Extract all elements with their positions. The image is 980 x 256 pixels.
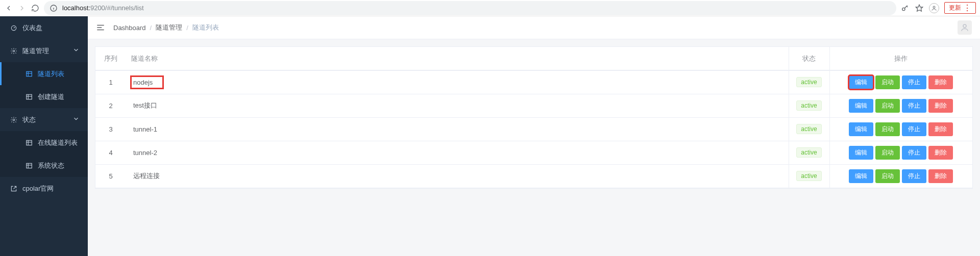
start-button[interactable]: 启动: [875, 99, 900, 113]
external-link-icon: [10, 185, 17, 192]
sidebar-label: 仪表盘: [22, 23, 42, 33]
svg-marker-4: [916, 5, 922, 11]
sidebar-item-dashboard[interactable]: 仪表盘: [0, 16, 88, 39]
sidebar-item-cpolar-site[interactable]: cpolar官网: [0, 177, 88, 200]
cell-index: 4: [95, 141, 126, 164]
table-icon: [26, 162, 33, 169]
tunnel-name: tunnel-2: [131, 147, 167, 159]
status-badge: active: [796, 124, 821, 134]
sidebar-item-system-status[interactable]: 系统状态: [0, 154, 88, 177]
sidebar-label: 状态: [22, 115, 36, 124]
cell-name: tunnel-2: [126, 141, 789, 164]
breadcrumb-sep: /: [186, 24, 188, 32]
cell-status: active: [789, 117, 829, 141]
dashboard-icon: [10, 24, 17, 32]
sidebar-label: 创建隧道: [38, 92, 64, 101]
cell-actions: 编辑启动停止删除: [829, 70, 972, 94]
stop-button[interactable]: 停止: [902, 75, 926, 89]
browser-toolbar: localhost:9200/#/tunnels/list 更新 ⋮: [0, 0, 980, 16]
site-info-icon[interactable]: [49, 4, 58, 13]
delete-button[interactable]: 删除: [928, 122, 953, 136]
address-host: localhost:: [62, 4, 90, 12]
stop-button[interactable]: 停止: [902, 169, 926, 183]
key-icon[interactable]: [900, 4, 910, 13]
edit-button[interactable]: 编辑: [849, 122, 873, 136]
sidebar-item-tunnel-list[interactable]: 隧道列表: [0, 62, 88, 85]
breadcrumb-tunnel-mgmt[interactable]: 隧道管理: [156, 23, 182, 32]
th-actions: 操作: [829, 47, 972, 70]
table-icon: [26, 139, 33, 146]
delete-button[interactable]: 删除: [928, 99, 953, 113]
sidebar-label: 隧道列表: [38, 69, 64, 79]
start-button[interactable]: 启动: [875, 146, 900, 160]
stop-button[interactable]: 停止: [902, 99, 926, 113]
update-label: 更新: [949, 4, 961, 12]
delete-button[interactable]: 删除: [928, 146, 953, 160]
cell-status: active: [789, 94, 829, 117]
sidebar: 仪表盘 隧道管理 隧道列表 创建隧道 状态 在线隧道列表 系统状态: [0, 16, 88, 256]
sidebar-group-tunnel-mgmt[interactable]: 隧道管理: [0, 39, 88, 62]
browser-forward-button[interactable]: [17, 4, 27, 13]
th-status: 状态: [789, 47, 829, 70]
sidebar-label: 隧道管理: [22, 46, 49, 56]
sidebar-group-status[interactable]: 状态: [0, 108, 88, 131]
address-bar[interactable]: localhost:9200/#/tunnels/list: [44, 1, 896, 15]
sidebar-label: cpolar官网: [22, 184, 54, 193]
cell-actions: 编辑启动停止删除: [829, 141, 972, 164]
cell-name: tunnel-1: [126, 117, 789, 141]
user-avatar[interactable]: [958, 20, 972, 35]
table-row: 1nodejsactive编辑启动停止删除: [95, 70, 972, 94]
table-row: 4tunnel-2active编辑启动停止删除: [95, 141, 972, 164]
tunnel-table: 序列 隧道名称 状态 操作 1nodejsactive编辑启动停止删除2test…: [95, 47, 972, 188]
cell-index: 5: [95, 164, 126, 188]
breadcrumb-current: 隧道列表: [192, 23, 219, 32]
cell-name: nodejs: [126, 70, 789, 94]
stop-button[interactable]: 停止: [902, 146, 926, 160]
svg-point-24: [963, 24, 966, 28]
cell-actions: 编辑启动停止删除: [829, 164, 972, 188]
breadcrumb-sep: /: [150, 24, 152, 32]
svg-rect-8: [27, 71, 32, 76]
tunnel-name: tunnel-1: [131, 123, 167, 135]
table-row: 2test接口active编辑启动停止删除: [95, 94, 972, 117]
sidebar-label: 在线隧道列表: [38, 138, 78, 147]
svg-point-3: [902, 8, 905, 10]
browser-reload-button[interactable]: [31, 4, 40, 13]
stop-button[interactable]: 停止: [902, 122, 926, 136]
browser-back-button[interactable]: [4, 4, 13, 13]
cell-actions: 编辑启动停止删除: [829, 94, 972, 117]
edit-button[interactable]: 编辑: [849, 99, 873, 113]
status-badge: active: [796, 171, 821, 181]
kebab-icon: ⋮: [963, 4, 971, 12]
edit-button[interactable]: 编辑: [849, 146, 873, 160]
svg-rect-18: [27, 163, 32, 168]
table-row: 5远程连接active编辑启动停止删除: [95, 164, 972, 188]
sidebar-item-create-tunnel[interactable]: 创建隧道: [0, 85, 88, 108]
status-badge: active: [796, 77, 821, 87]
edit-button[interactable]: 编辑: [849, 75, 873, 89]
sidebar-item-online-tunnel-list[interactable]: 在线隧道列表: [0, 131, 88, 154]
tunnel-name: 远程连接: [131, 169, 170, 183]
browser-update-button[interactable]: 更新 ⋮: [944, 2, 976, 14]
hamburger-icon[interactable]: [96, 23, 105, 32]
start-button[interactable]: 启动: [875, 75, 900, 89]
start-button[interactable]: 启动: [875, 122, 900, 136]
cell-actions: 编辑启动停止删除: [829, 117, 972, 141]
bookmark-star-icon[interactable]: [915, 4, 924, 13]
delete-button[interactable]: 删除: [928, 169, 953, 183]
cell-index: 2: [95, 94, 126, 117]
delete-button[interactable]: 删除: [928, 75, 953, 89]
start-button[interactable]: 启动: [875, 169, 900, 183]
svg-point-7: [13, 50, 15, 52]
table-icon: [26, 93, 33, 100]
breadcrumb-dashboard[interactable]: Dashboard: [113, 24, 146, 32]
edit-button[interactable]: 编辑: [849, 169, 873, 183]
profile-avatar-icon[interactable]: [929, 3, 939, 13]
sidebar-label: 系统状态: [38, 161, 64, 170]
svg-point-14: [13, 119, 15, 121]
main-area: Dashboard / 隧道管理 / 隧道列表 序列 隧道名称 状态 操作: [88, 16, 980, 256]
svg-rect-11: [27, 94, 32, 99]
tunnel-table-panel: 序列 隧道名称 状态 操作 1nodejsactive编辑启动停止删除2test…: [95, 46, 973, 189]
tunnel-name: nodejs: [131, 76, 163, 88]
chevron-down-icon: [72, 46, 80, 55]
